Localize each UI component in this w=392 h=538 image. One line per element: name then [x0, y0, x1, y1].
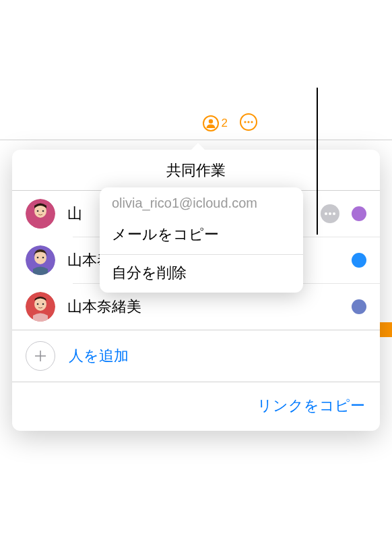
- presence-color-dot: [352, 206, 366, 221]
- context-menu-email: olivia_rico1@icloud.com: [100, 187, 303, 216]
- person-icon: [203, 115, 219, 131]
- svg-point-10: [325, 212, 327, 215]
- svg-point-11: [329, 212, 331, 215]
- svg-point-9: [42, 210, 44, 212]
- collaboration-button[interactable]: 2: [203, 115, 228, 131]
- plus-icon: [33, 349, 48, 363]
- remove-self-item[interactable]: 自分を削除: [100, 255, 303, 293]
- add-people-button[interactable]: 人を追加: [12, 330, 380, 382]
- toolbar: 2: [0, 107, 392, 140]
- svg-point-12: [333, 212, 335, 215]
- svg-point-20: [42, 303, 44, 305]
- more-button[interactable]: [240, 113, 257, 133]
- ellipsis-icon: [324, 212, 336, 216]
- svg-point-15: [37, 257, 39, 259]
- avatar: [26, 199, 55, 229]
- blank-area: [0, 0, 392, 107]
- presence-color-dot: [352, 299, 366, 314]
- svg-point-4: [247, 121, 249, 123]
- avatar: [26, 292, 55, 322]
- svg-point-5: [251, 121, 253, 123]
- copy-email-item[interactable]: メールをコピー: [100, 216, 303, 254]
- copy-link-button[interactable]: リンクをコピー: [257, 397, 365, 414]
- popover-footer: リンクをコピー: [12, 382, 380, 431]
- svg-point-16: [42, 257, 44, 259]
- memoji-icon: [26, 245, 55, 275]
- memoji-icon: [26, 199, 55, 229]
- popover-title: 共同作業: [12, 150, 380, 190]
- plus-circle-icon: [26, 341, 55, 371]
- avatar: [26, 245, 55, 275]
- ellipsis-circle-icon: [240, 113, 257, 131]
- svg-point-1: [208, 119, 212, 123]
- svg-point-3: [244, 121, 246, 123]
- person-name: 山本奈緒美: [67, 297, 339, 317]
- svg-point-8: [37, 210, 39, 212]
- add-people-label: 人を追加: [69, 346, 129, 366]
- callout-line: [317, 88, 318, 235]
- svg-point-19: [37, 303, 39, 305]
- background-accent: [380, 322, 392, 337]
- collaborator-count: 2: [222, 117, 228, 130]
- person-more-button[interactable]: [321, 204, 339, 223]
- memoji-icon: [26, 292, 55, 322]
- context-menu: olivia_rico1@icloud.com メールをコピー 自分を削除: [100, 187, 303, 293]
- presence-color-dot: [352, 253, 366, 268]
